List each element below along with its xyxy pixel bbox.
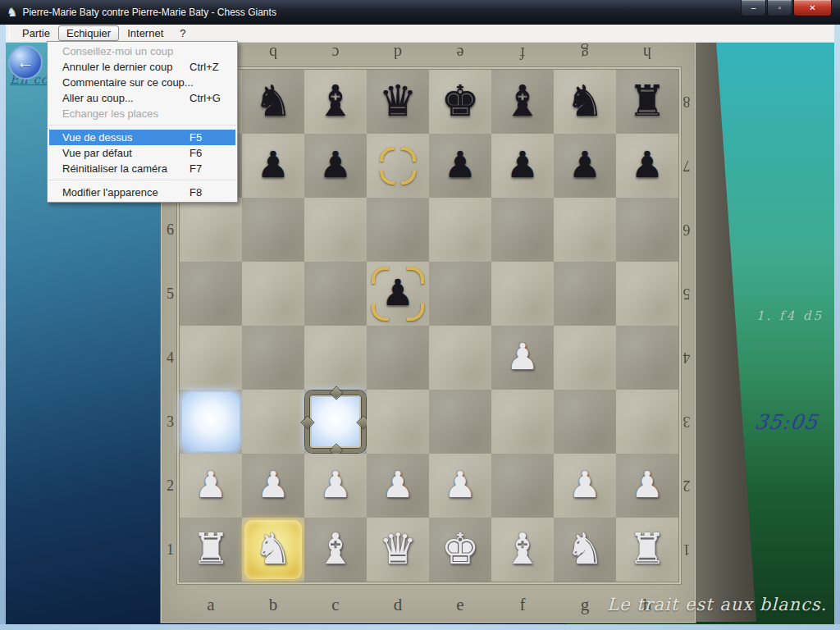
menu-item-r-initialiser-la-cam-ra[interactable]: Réinitialiser la caméraF7 (48, 161, 237, 176)
square-h5[interactable] (616, 262, 678, 326)
menu-item-aller-au-coup[interactable]: Aller au coup...Ctrl+G (48, 90, 237, 106)
white-queen[interactable]: ♛ (367, 518, 429, 582)
black-bishop[interactable]: ♝ (304, 70, 367, 134)
black-king[interactable]: ♚ (429, 70, 491, 134)
menubar-item-internet[interactable]: Internet (119, 25, 171, 41)
square-b3[interactable] (242, 390, 304, 454)
square-a3[interactable] (180, 390, 242, 454)
square-h2[interactable]: ♟ (616, 454, 678, 518)
square-g7[interactable]: ♟ (554, 134, 616, 198)
square-f7[interactable]: ♟ (491, 134, 554, 198)
square-e7[interactable]: ♟ (429, 134, 491, 198)
square-f5[interactable] (491, 262, 554, 326)
square-f4[interactable]: ♟ (491, 326, 554, 390)
square-c8[interactable]: ♝ (304, 70, 367, 134)
menubar-item-echiquier[interactable]: Echiquier (58, 25, 119, 41)
white-rook[interactable]: ♜ (180, 518, 242, 582)
white-pawn[interactable]: ♟ (491, 326, 554, 390)
square-c1[interactable]: ♝ (304, 518, 367, 582)
black-pawn[interactable]: ♟ (304, 134, 367, 198)
square-d7[interactable] (367, 134, 429, 198)
menubar-item-[interactable]: ? (171, 25, 194, 41)
square-f1[interactable]: ♝ (491, 518, 554, 582)
square-f8[interactable]: ♝ (491, 70, 554, 134)
square-a5[interactable] (180, 262, 242, 326)
black-pawn[interactable]: ♟ (242, 134, 304, 198)
square-g6[interactable] (554, 198, 616, 262)
square-d8[interactable]: ♛ (367, 70, 429, 134)
square-b6[interactable] (242, 198, 304, 262)
white-pawn[interactable]: ♟ (429, 454, 491, 518)
square-a2[interactable]: ♟ (180, 454, 242, 518)
square-g5[interactable] (554, 262, 616, 326)
square-b5[interactable] (242, 262, 304, 326)
white-rook[interactable]: ♜ (616, 518, 678, 582)
square-h1[interactable]: ♜ (616, 518, 678, 582)
square-f2[interactable] (491, 454, 554, 518)
square-c7[interactable]: ♟ (304, 134, 367, 198)
black-pawn[interactable]: ♟ (429, 134, 491, 198)
black-pawn[interactable]: ♟ (616, 134, 678, 198)
menu-item-modifier-l-apparence[interactable]: Modifier l'apparenceF8 (48, 185, 237, 200)
square-g8[interactable]: ♞ (554, 70, 616, 134)
title-bar[interactable]: ♞ Pierre-Marie Baty contre Pierre-Marie … (0, 0, 840, 25)
square-b1[interactable]: ♞ (242, 518, 304, 582)
square-c4[interactable] (304, 326, 367, 390)
square-d5[interactable]: ♟ (367, 262, 429, 326)
square-e5[interactable] (429, 262, 491, 326)
menu-item-annuler-le-dernier-coup[interactable]: Annuler le dernier coupCtrl+Z (48, 59, 237, 75)
square-e3[interactable] (429, 390, 491, 454)
square-d6[interactable] (367, 198, 429, 262)
white-pawn[interactable]: ♟ (304, 454, 367, 518)
white-pawn[interactable]: ♟ (180, 454, 242, 518)
square-b8[interactable]: ♞ (242, 70, 304, 134)
square-e4[interactable] (429, 326, 491, 390)
close-button[interactable]: ✕ (793, 0, 832, 16)
square-a4[interactable] (180, 326, 242, 390)
square-g4[interactable] (554, 326, 616, 390)
menu-item-vue-de-dessus[interactable]: Vue de dessusF5 (49, 130, 235, 145)
square-g1[interactable]: ♞ (554, 518, 616, 582)
square-c3[interactable] (304, 390, 367, 454)
black-pawn[interactable]: ♟ (554, 134, 616, 198)
square-c2[interactable]: ♟ (304, 454, 367, 518)
square-c5[interactable] (304, 262, 367, 326)
square-d3[interactable] (367, 390, 429, 454)
square-h8[interactable]: ♜ (616, 70, 678, 134)
white-bishop[interactable]: ♝ (491, 518, 554, 582)
white-pawn[interactable]: ♟ (367, 454, 429, 518)
white-bishop[interactable]: ♝ (304, 518, 367, 582)
square-h7[interactable]: ♟ (616, 134, 678, 198)
black-rook[interactable]: ♜ (616, 70, 678, 134)
maximize-button[interactable]: ▫ (767, 0, 792, 16)
square-b4[interactable] (242, 326, 304, 390)
black-queen[interactable]: ♛ (367, 70, 429, 134)
menubar-item-partie[interactable]: Partie (14, 25, 58, 41)
square-h6[interactable] (616, 198, 678, 262)
square-d4[interactable] (367, 326, 429, 390)
white-knight[interactable]: ♞ (242, 518, 304, 582)
black-knight[interactable]: ♞ (554, 70, 616, 134)
white-knight[interactable]: ♞ (554, 518, 616, 582)
square-c6[interactable] (304, 198, 367, 262)
square-b7[interactable]: ♟ (242, 134, 304, 198)
black-knight[interactable]: ♞ (242, 70, 304, 134)
square-d2[interactable]: ♟ (367, 454, 429, 518)
square-g2[interactable]: ♟ (554, 454, 616, 518)
square-e6[interactable] (429, 198, 491, 262)
minimize-button[interactable]: – (741, 0, 766, 16)
square-e8[interactable]: ♚ (429, 70, 491, 134)
back-button[interactable]: ← (8, 45, 43, 80)
square-e2[interactable]: ♟ (429, 454, 491, 518)
square-d1[interactable]: ♛ (367, 518, 429, 582)
square-b2[interactable]: ♟ (242, 454, 304, 518)
menu-item-commentaire-sur-ce-coup[interactable]: Commentaire sur ce coup... (48, 75, 237, 90)
white-king[interactable]: ♚ (429, 518, 491, 582)
black-pawn[interactable]: ♟ (491, 134, 554, 198)
square-e1[interactable]: ♚ (429, 518, 491, 582)
square-h3[interactable] (616, 390, 678, 454)
square-a1[interactable]: ♜ (180, 518, 242, 582)
white-pawn[interactable]: ♟ (616, 454, 678, 518)
square-h4[interactable] (616, 326, 678, 390)
menu-item-vue-par-d-faut[interactable]: Vue par défautF6 (48, 145, 237, 161)
